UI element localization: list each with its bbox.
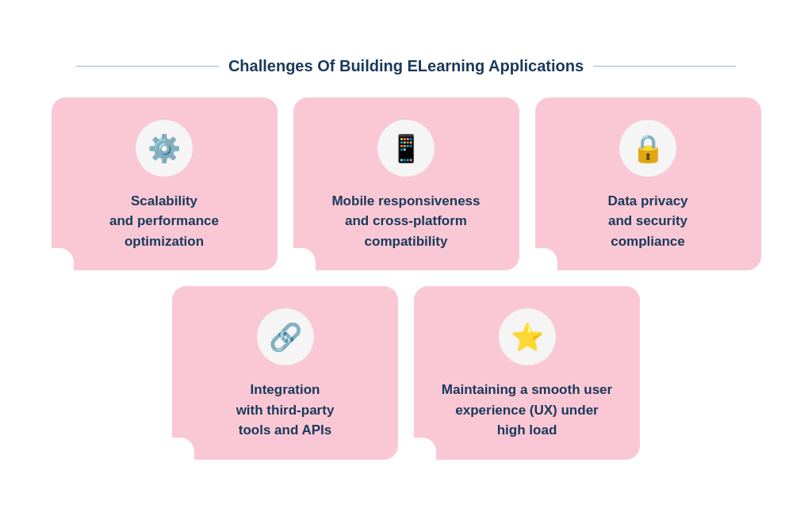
scalability-text: Scalabilityand performanceoptimization xyxy=(109,191,219,252)
card-integration: 🔗Integrationwith third-partytools and AP… xyxy=(172,286,398,460)
title-wrapper: Challenges Of Building ELearning Applica… xyxy=(49,57,763,75)
privacy-icon: 🔒 xyxy=(619,120,676,177)
card-ux: ⭐Maintaining a smooth userexperience (UX… xyxy=(414,286,640,460)
mobile-text: Mobile responsivenessand cross-platformc… xyxy=(331,191,480,252)
integration-text: Integrationwith third-partytools and API… xyxy=(236,380,335,441)
card-privacy: 🔒Data privacyand securitycompliance xyxy=(535,97,761,271)
ux-icon: ⭐ xyxy=(499,308,556,365)
card-scalability: ⚙️Scalabilityand performanceoptimization xyxy=(52,97,278,271)
cards-grid: ⚙️Scalabilityand performanceoptimization… xyxy=(49,97,763,460)
cards-row-1: ⚙️Scalabilityand performanceoptimization… xyxy=(49,97,763,271)
privacy-text: Data privacyand securitycompliance xyxy=(607,191,688,252)
mobile-icon: 📱 xyxy=(377,120,435,177)
ux-text: Maintaining a smooth userexperience (UX)… xyxy=(442,380,612,441)
integration-icon: 🔗 xyxy=(257,308,314,365)
scalability-icon: ⚙️ xyxy=(136,120,193,177)
title-line-left xyxy=(76,66,219,67)
title-line-right xyxy=(593,66,736,67)
cards-row-2: 🔗Integrationwith third-partytools and AP… xyxy=(49,286,763,460)
main-container: Challenges Of Building ELearning Applica… xyxy=(25,41,787,476)
main-title: Challenges Of Building ELearning Applica… xyxy=(228,57,584,75)
card-mobile: 📱Mobile responsivenessand cross-platform… xyxy=(293,97,519,271)
